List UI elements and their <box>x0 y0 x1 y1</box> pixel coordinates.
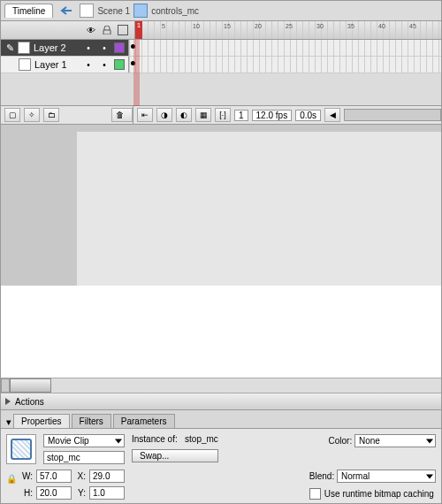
y-input[interactable]: 1.0 <box>89 486 125 500</box>
pencil-icon: ✎ <box>6 42 14 54</box>
tab-timeline[interactable]: Timeline <box>4 4 53 18</box>
visibility-icon[interactable]: 👁 <box>85 24 97 36</box>
y-label: Y: <box>75 488 86 498</box>
actions-label: Actions <box>15 397 44 407</box>
layer-1-label: Layer 1 <box>34 59 67 70</box>
center-frame-icon[interactable]: ⇤ <box>137 108 153 122</box>
properties-panel: Movie Clip stop_mc Instance of: stop_mc … <box>1 429 441 503</box>
movieclip-icon <box>133 4 148 18</box>
back-arrow-icon[interactable] <box>58 4 74 18</box>
constrain-lock-icon[interactable]: 🔒 <box>6 470 17 487</box>
lock-icon[interactable] <box>101 24 113 36</box>
keyframe-icon[interactable] <box>131 44 135 49</box>
properties-tabs: ▾ Properties Filters Parameters <box>1 410 441 429</box>
scene-icon <box>80 4 94 18</box>
stage-offscreen <box>1 286 441 393</box>
layer-row-1[interactable]: Layer 1 • • <box>1 57 441 73</box>
ruler-tick: 25 <box>286 23 316 29</box>
onion-skin-outlines-icon[interactable]: ◐ <box>176 108 192 122</box>
breadcrumb-clip[interactable]: controls_mc <box>151 6 199 16</box>
scroll-left-button[interactable] <box>1 378 10 393</box>
instance-of-value: stop_mc <box>185 434 218 444</box>
tab-properties[interactable]: Properties <box>13 414 70 428</box>
x-input[interactable]: 29.0 <box>89 470 125 483</box>
stage-area[interactable]: + + Stop <box>1 125 441 393</box>
layers-empty-area <box>1 73 441 106</box>
layer-visible-dot[interactable]: • <box>82 42 95 54</box>
instance-type-icon[interactable] <box>6 434 36 464</box>
scroll-left-icon[interactable]: ◀ <box>324 108 340 122</box>
bitmap-caching-label: Use runtime bitmap caching <box>324 489 434 499</box>
new-motion-guide-icon[interactable]: ✧ <box>24 108 40 122</box>
ruler-tick: 15 <box>224 23 255 29</box>
ruler-tick: 40 <box>378 23 409 29</box>
w-label: W: <box>22 471 33 481</box>
edit-multiple-frames-icon[interactable]: ▦ <box>195 108 211 122</box>
breadcrumb: Scene 1 controls_mc <box>80 4 199 18</box>
swap-button[interactable]: Swap... <box>132 449 218 462</box>
timeline-scrollbar[interactable] <box>344 109 441 121</box>
layers-area: ✎ Layer 2 • • Layer 1 • • <box>1 40 441 106</box>
bitmap-caching-checkbox[interactable] <box>309 488 321 500</box>
keyframe-icon[interactable] <box>131 61 135 65</box>
ruler-tick: 35 <box>347 23 378 29</box>
new-folder-icon[interactable]: 🗀 <box>43 108 59 122</box>
instance-name-input[interactable]: stop_mc <box>43 451 125 464</box>
breadcrumb-scene[interactable]: Scene 1 <box>97 6 130 16</box>
layer-color-swatch[interactable] <box>114 42 125 53</box>
elapsed-time-field: 0.0s <box>295 110 321 121</box>
ruler-tick: 45 <box>409 23 440 29</box>
actions-panel-header[interactable]: Actions <box>1 393 441 410</box>
blend-label: Blend: <box>309 471 334 481</box>
disclosure-triangle-icon[interactable] <box>5 398 11 405</box>
onion-skin-icon[interactable]: ◑ <box>156 108 172 122</box>
frame-ruler[interactable]: 1 5 10 15 20 25 30 35 40 45 <box>135 21 441 39</box>
timeline-header: Timeline Scene 1 controls_mc <box>1 1 441 21</box>
x-label: X: <box>75 471 86 481</box>
instance-type-select[interactable]: Movie Clip <box>43 434 125 447</box>
instance-of-label: Instance of: <box>132 434 178 444</box>
layer-lock-dot[interactable]: • <box>98 58 110 71</box>
layer-lock-dot[interactable]: • <box>98 42 110 54</box>
layer-color-swatch[interactable] <box>114 59 125 70</box>
height-input[interactable]: 20.0 <box>36 486 72 500</box>
tab-filters[interactable]: Filters <box>72 414 111 428</box>
color-label: Color: <box>329 436 353 446</box>
stage-canvas[interactable] <box>77 132 441 286</box>
layer-visible-dot[interactable]: • <box>82 58 95 71</box>
timeline-footer: ▢ ✧ 🗀 🗑 ⇤ ◑ ◐ ▦ [·] 1 12.0 fps 0.0s ◀ <box>1 106 441 125</box>
trash-icon[interactable]: 🗑 <box>111 108 133 122</box>
frame-rate-field[interactable]: 12.0 fps <box>252 110 293 121</box>
ruler-tick: 20 <box>255 23 286 29</box>
width-input[interactable]: 57.0 <box>36 470 72 483</box>
modify-onion-markers-icon[interactable]: [·] <box>215 108 231 122</box>
ruler-tick: 5 <box>162 23 193 29</box>
layer-header: 👁 1 5 10 15 20 25 30 35 40 45 <box>1 21 441 40</box>
stage-h-scrollbar[interactable] <box>1 378 441 393</box>
layer-header-icons: 👁 <box>1 21 135 39</box>
h-label: H: <box>22 488 33 498</box>
layer-icon <box>18 42 30 54</box>
blend-select[interactable]: Normal <box>337 470 436 483</box>
layer-2-label: Layer 2 <box>34 42 66 53</box>
layer-2-frames[interactable] <box>129 40 441 56</box>
ruler-tick: 10 <box>193 23 224 29</box>
layer-1-frames[interactable] <box>129 57 441 73</box>
current-frame-field[interactable]: 1 <box>234 110 248 121</box>
panel-menu-icon[interactable]: ▾ <box>4 416 13 428</box>
new-layer-icon[interactable]: ▢ <box>4 108 20 122</box>
ruler-tick: 30 <box>316 23 347 29</box>
outline-icon[interactable] <box>117 24 129 36</box>
layer-row-2[interactable]: ✎ Layer 2 • • <box>1 40 441 57</box>
tab-parameters[interactable]: Parameters <box>113 414 175 428</box>
scrollbar-thumb[interactable] <box>10 378 51 393</box>
color-select[interactable]: None <box>354 434 436 447</box>
layer-icon <box>19 58 31 71</box>
